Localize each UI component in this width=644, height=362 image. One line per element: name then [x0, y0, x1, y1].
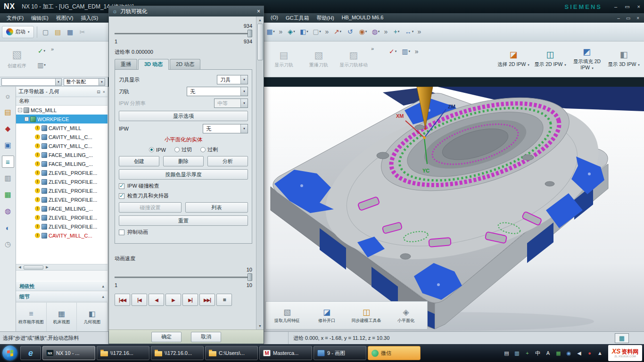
- create-program-button[interactable]: ▧ 创建程序: [2, 43, 32, 74]
- dialog-close-button[interactable]: ×: [257, 8, 260, 15]
- tree-item-workpiece[interactable]: − WORKPIECE: [16, 115, 107, 123]
- taskbar-ie-button[interactable]: e: [20, 346, 41, 360]
- tree-item-operation[interactable]: ! FACE_MILLING_...: [16, 204, 107, 213]
- details-panel-header[interactable]: 细节 ▴: [16, 291, 107, 302]
- assembly-navigator-icon[interactable]: ▤: [2, 106, 14, 118]
- slider-track[interactable]: [115, 33, 252, 34]
- overflow-chevron[interactable]: »: [413, 46, 420, 57]
- play-forward-button[interactable]: ▶: [165, 294, 181, 306]
- geometry-view-button[interactable]: ◧ 几何视图: [77, 303, 107, 331]
- tree-item-operation[interactable]: ! ZLEVEL_PROFILE...: [16, 186, 107, 195]
- menu-help[interactable]: 帮助(H): [313, 15, 338, 22]
- doc-restore-button[interactable]: ▭: [626, 16, 630, 21]
- render-style-button[interactable]: ◉▾: [357, 26, 369, 37]
- ipw-resolution-select[interactable]: 中等 ▾: [214, 99, 248, 108]
- taskbar-users-button[interactable]: C:\Users\...: [205, 346, 258, 360]
- replay-toolpath-button[interactable]: ▧ 重播刀轨: [301, 43, 336, 74]
- cancel-button[interactable]: 取消: [191, 332, 221, 342]
- menu-hb-mould[interactable]: HB_MOULD M6.6: [338, 15, 388, 22]
- hd3d-tools-icon[interactable]: ◍: [2, 205, 14, 217]
- view-cube-button[interactable]: ◧▾: [298, 26, 310, 37]
- tree-item-operation[interactable]: ! CAVITY_MILL_C...: [16, 141, 107, 150]
- tray-input-icon[interactable]: 中: [534, 350, 542, 357]
- tree-item-operation[interactable]: ! CAVITY_MILL_C...: [16, 231, 107, 240]
- menu-view[interactable]: 视图(V): [52, 15, 77, 22]
- pan-view-button[interactable]: ↗▾: [332, 26, 343, 37]
- ok-button[interactable]: 确定: [151, 332, 182, 342]
- extract-geometry-button[interactable]: ▧ 提取几何特征: [268, 303, 306, 328]
- expander-icon[interactable]: −: [18, 108, 22, 112]
- doc-minimize-button[interactable]: –: [617, 16, 620, 21]
- dialog-titlebar[interactable]: ☼ 刀轨可视化 ×: [109, 6, 264, 16]
- single-step-forward-button[interactable]: ▶|: [182, 294, 198, 306]
- measure-button[interactable]: ↔▾: [404, 26, 415, 37]
- constraint-navigator-icon[interactable]: ◆: [2, 123, 14, 135]
- tree-item-operation[interactable]: ! CAVITY_MILL_C...: [16, 132, 107, 141]
- menu-insert[interactable]: 插入(S): [77, 15, 102, 22]
- excess-radio[interactable]: 过剩: [200, 146, 218, 153]
- scroll-right-icon[interactable]: ▶: [44, 265, 50, 269]
- taskbar-wechat-button[interactable]: 微信: [368, 346, 421, 360]
- scrollbar-thumb[interactable]: [257, 24, 263, 60]
- slider-track[interactable]: [115, 277, 252, 278]
- web-browser-icon[interactable]: ◐: [2, 222, 14, 234]
- ipw-radio[interactable]: IPW: [149, 146, 166, 153]
- operation-navigator-icon[interactable]: ≡: [2, 156, 14, 168]
- tree-item-operation[interactable]: ! ZLEVEL_PROFILE...: [16, 195, 107, 204]
- confirm-toolpath-button[interactable]: ✓▾: [387, 46, 398, 57]
- analyze-button[interactable]: 分析: [207, 156, 248, 166]
- thickness-by-color-button[interactable]: 按颜色显示厚度: [119, 169, 248, 180]
- tray-doc-icon[interactable]: ▤: [503, 350, 511, 356]
- tray-language-icon[interactable]: A: [544, 350, 552, 356]
- taskbar-nx-button[interactable]: NX NX 10 - ...: [42, 346, 95, 360]
- tab-2d-dynamic[interactable]: 2D 动态: [170, 59, 200, 70]
- window-layout-button[interactable]: ▦▾: [265, 26, 276, 37]
- taskbar-paint-button[interactable]: 9 - 画图: [314, 346, 366, 360]
- show-filled-2d-ipw-button[interactable]: ◩ 显示填充 2D IPW ▾: [569, 43, 605, 74]
- start-menu-button[interactable]: 启动 ▾: [2, 26, 34, 38]
- dependencies-panel-header[interactable]: 相依性 ▴: [16, 281, 107, 291]
- selection-filter-combo[interactable]: ▾: [1, 78, 62, 86]
- reuse-library-icon[interactable]: ▦: [2, 189, 14, 201]
- rotate-view-button[interactable]: ↺: [345, 26, 356, 37]
- cut-button[interactable]: ✂: [77, 26, 88, 38]
- show-options-button[interactable]: 显示选项: [119, 111, 248, 121]
- overflow-chevron[interactable]: »: [371, 46, 374, 51]
- tray-clipboard-icon[interactable]: ▥: [513, 350, 521, 356]
- speed-slider[interactable]: [115, 273, 252, 281]
- list-button[interactable]: 列表: [185, 202, 248, 213]
- machine-tool-navigator-icon[interactable]: ▥: [2, 172, 14, 184]
- snap-point-button[interactable]: +▾: [391, 26, 402, 37]
- tab-3d-dynamic[interactable]: 3D 动态: [138, 59, 169, 70]
- new-file-button[interactable]: ▢: [40, 26, 51, 38]
- single-step-back-button[interactable]: |◀: [132, 294, 147, 306]
- overflow-chevron[interactable]: »: [416, 26, 423, 37]
- taskbar-share1-button[interactable]: \\172.16...: [97, 346, 149, 360]
- scroll-up-icon[interactable]: ▲: [258, 17, 262, 23]
- taskbar-mastercam-button[interactable]: M Masterca...: [259, 346, 312, 360]
- patch-openings-button[interactable]: ◪ 修补开口: [307, 303, 346, 328]
- create-button[interactable]: 创建: [119, 156, 159, 166]
- speed-slider-thumb[interactable]: [248, 273, 252, 281]
- tool-display-select[interactable]: 刀具 ▾: [217, 75, 248, 84]
- gouge-radio[interactable]: 过切: [174, 146, 192, 153]
- selection-scope-combo[interactable]: 整个装配 ▾: [64, 78, 105, 86]
- tray-update-icon[interactable]: +: [523, 350, 531, 356]
- analysis-button[interactable]: ◍▾: [370, 26, 381, 37]
- tree-horizontal-scrollbar[interactable]: ◀ ▶: [16, 264, 107, 271]
- tree-item-operation[interactable]: ! ZLEVEL_PROFILE...: [16, 177, 107, 186]
- tool-holder-check[interactable]: 检查刀具和夹持器: [119, 192, 248, 199]
- stop-button[interactable]: ■: [216, 294, 232, 306]
- list-toolpath-button[interactable]: ▥▾: [36, 59, 47, 71]
- suppress-animation-check[interactable]: 抑制动画: [119, 229, 248, 236]
- menu-edit[interactable]: 编辑(E): [27, 15, 52, 22]
- tree-item-mcs-mill[interactable]: − MCS_MILL: [16, 106, 107, 115]
- ipw-collision-check[interactable]: IPW 碰撞检查: [119, 182, 248, 189]
- ipw-select[interactable]: 无 ▾: [203, 124, 248, 133]
- tree-item-operation[interactable]: ! FACE_MILLING_...: [16, 159, 107, 168]
- dialog-scrollbar[interactable]: ▲ ▼: [256, 16, 264, 329]
- tray-volume-icon[interactable]: ◀: [575, 350, 583, 356]
- menu-gc-toolbox[interactable]: GC工具箱: [282, 15, 313, 22]
- tree-item-operation[interactable]: ! ZLEVEL_PROFILE...: [16, 213, 107, 222]
- overflow-chevron[interactable]: »: [324, 26, 330, 37]
